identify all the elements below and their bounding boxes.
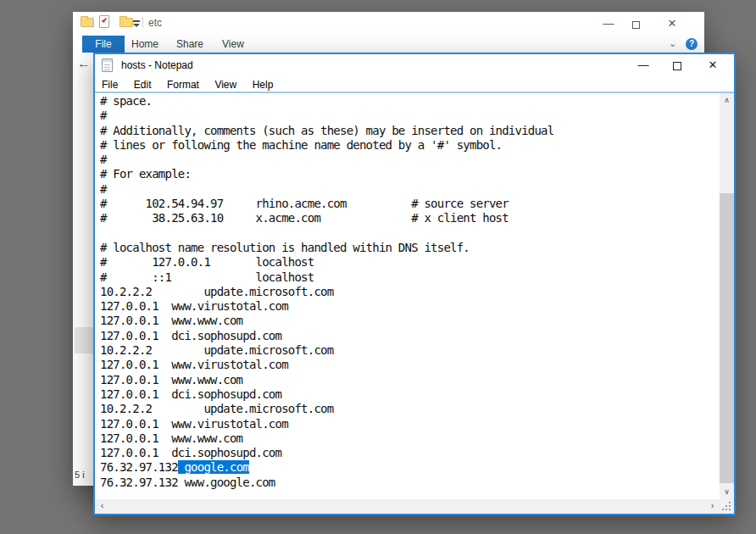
tab-home[interactable]: Home	[131, 36, 158, 53]
selected-text: google.com	[178, 460, 249, 474]
horizontal-scrollbar[interactable]: ‹ ›	[95, 499, 720, 514]
tab-share[interactable]: Share	[176, 36, 203, 53]
explorer-minimize-button[interactable]: —	[598, 15, 620, 32]
notepad-close-button[interactable]: ✕	[702, 57, 724, 74]
tab-file[interactable]: File	[82, 36, 125, 53]
customize-quick-access-dropdown[interactable]	[133, 20, 140, 27]
qat-separator	[142, 17, 143, 28]
explorer-ribbon-tabs: File Home Share View	[73, 36, 704, 53]
properties-icon[interactable]	[99, 15, 109, 28]
hosts-file-text-area[interactable]: # space. # # Additionally, comments (suc…	[95, 93, 720, 499]
resize-grip[interactable]	[720, 499, 734, 514]
notepad-window-title: hosts - Notepad	[121, 59, 193, 71]
menu-edit[interactable]: Edit	[128, 77, 158, 91]
notepad-maximize-button[interactable]	[673, 62, 681, 70]
dropdown-bar	[133, 20, 140, 22]
back-arrow-icon[interactable]: ←	[77, 56, 91, 71]
menu-view[interactable]: View	[208, 77, 242, 91]
dropdown-triangle-icon	[133, 24, 140, 27]
notepad-minimize-button[interactable]: —	[632, 57, 654, 74]
tab-view[interactable]: View	[222, 36, 244, 53]
notepad-icon	[102, 58, 113, 72]
notepad-titlebar[interactable]: hosts - Notepad — ✕	[95, 54, 734, 76]
desktop: etc — ✕ File Home Share View ⌄ ? ← 5 i h…	[0, 0, 756, 534]
menu-help[interactable]: Help	[247, 77, 280, 91]
explorer-selected-file-row[interactable]	[75, 327, 93, 353]
menu-format[interactable]: Format	[161, 77, 205, 91]
hosts-file-content: # space. # # Additionally, comments (suc…	[95, 93, 720, 490]
resize-grip-dots-icon	[722, 502, 724, 503]
scroll-left-icon[interactable]: ‹	[95, 499, 109, 514]
menu-file[interactable]: File	[96, 77, 124, 91]
explorer-status-bar: 5 i	[75, 470, 85, 480]
qat-separator	[92, 17, 93, 28]
help-icon[interactable]: ?	[686, 38, 698, 50]
text-before-selection: # space. # # Additionally, comments (suc…	[100, 94, 553, 474]
scroll-down-icon[interactable]: ∨	[720, 485, 734, 499]
vertical-scrollbar-thumb[interactable]	[720, 193, 734, 483]
new-folder-icon[interactable]	[120, 18, 133, 27]
notepad-window: hosts - Notepad — ✕ File Edit Format Vie…	[93, 53, 736, 515]
scroll-right-icon[interactable]: ›	[705, 499, 720, 514]
explorer-window-title: etc	[148, 17, 162, 29]
notepad-menubar: File Edit Format View Help	[95, 76, 734, 92]
explorer-maximize-button[interactable]	[632, 21, 640, 29]
red-check-icon	[102, 17, 107, 23]
text-after-selection: 76.32.97.132 www.google.com	[100, 476, 275, 489]
explorer-close-button[interactable]: ✕	[661, 15, 683, 32]
scroll-up-icon[interactable]: ∧	[720, 93, 734, 108]
ribbon-collapse-chevron-icon[interactable]: ⌄	[669, 38, 676, 49]
vertical-scrollbar[interactable]: ∧ ∨	[720, 93, 734, 499]
